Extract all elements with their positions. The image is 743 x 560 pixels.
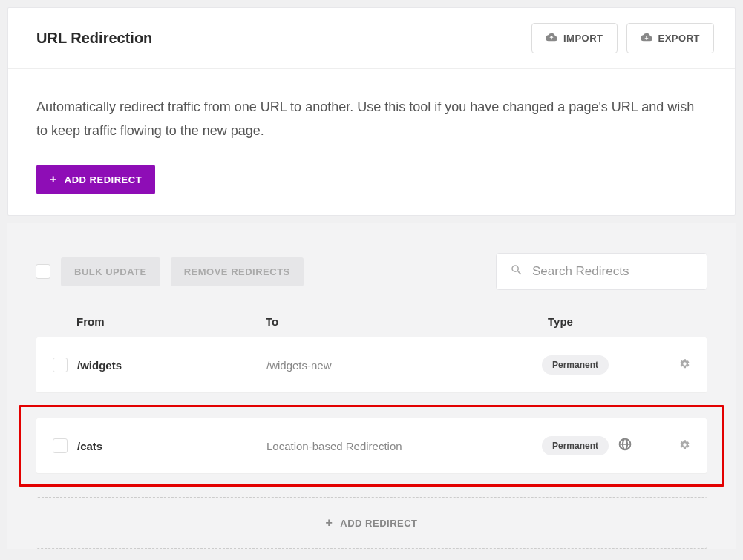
column-type: Type [548,315,707,328]
cloud-upload-icon [546,31,557,45]
add-redirect-button[interactable]: + ADD REDIRECT [36,165,155,194]
row-from: /widgets [77,359,266,372]
remove-redirects-button[interactable]: REMOVE REDIRECTS [171,257,304,286]
add-redirect-footer-label: ADD REDIRECT [340,518,417,529]
description-text: Automatically redirect traffic from one … [36,96,707,142]
row-checkbox[interactable] [53,358,68,372]
row-checkbox[interactable] [53,438,68,453]
plus-icon: + [325,516,333,530]
type-badge: Permanent [542,436,609,455]
header-actions: IMPORT EXPORT [531,23,714,53]
column-from: From [76,315,266,328]
row-to: Location-based Redirection [266,440,542,452]
export-label: EXPORT [658,33,700,44]
gear-icon[interactable] [679,358,690,372]
row-from: /cats [77,440,266,452]
panel-body: Automatically redirect traffic from one … [8,69,735,215]
export-button[interactable]: EXPORT [626,23,714,53]
redirects-listing: BULK UPDATE REMOVE REDIRECTS From To Typ… [7,223,736,549]
table-row: /cats Location-based Redirection Permane… [36,418,707,474]
table-row: /widgets /widgets-new Permanent [36,337,707,393]
import-label: IMPORT [563,33,603,44]
cloud-download-icon [641,31,652,45]
row-to: /widgets-new [266,359,542,372]
url-redirection-panel: URL Redirection IMPORT EXPORT Automatica… [7,7,736,216]
add-redirect-row-button[interactable]: + ADD REDIRECT [36,497,707,549]
page-title: URL Redirection [36,30,152,47]
globe-icon [618,437,632,455]
highlighted-row-wrapper: /cats Location-based Redirection Permane… [19,405,724,487]
search-input[interactable] [532,264,693,279]
add-redirect-label: ADD REDIRECT [65,174,142,185]
search-icon [510,263,523,280]
table-header: From To Type [7,290,736,337]
plus-icon: + [50,174,57,185]
import-button[interactable]: IMPORT [531,23,618,53]
panel-header: URL Redirection IMPORT EXPORT [8,8,735,69]
column-to: To [266,315,548,328]
gear-icon[interactable] [679,439,690,453]
select-all-checkbox[interactable] [36,264,50,279]
list-toolbar: BULK UPDATE REMOVE REDIRECTS [7,253,736,290]
bulk-update-button[interactable]: BULK UPDATE [61,257,160,286]
type-badge: Permanent [542,355,609,375]
search-field-wrap [496,253,707,290]
